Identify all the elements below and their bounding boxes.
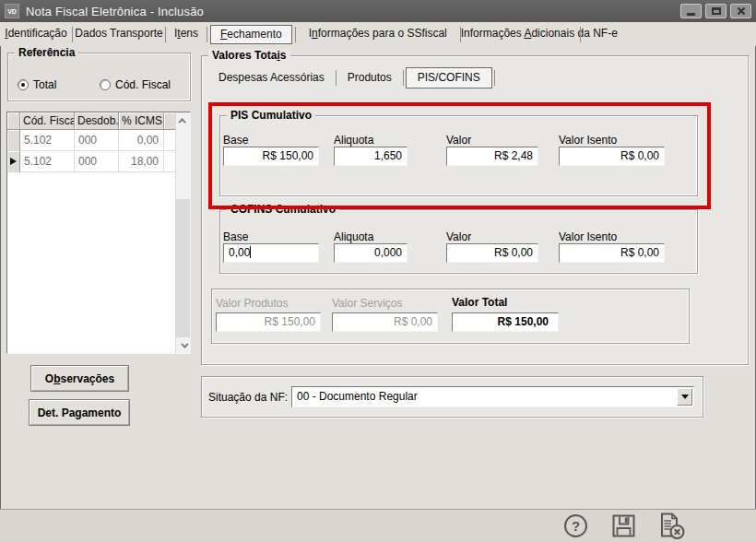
valor-total-label: Valor Total [452, 296, 507, 309]
tab-bar: Identificação Dados Transporte Itens Fec… [0, 22, 756, 46]
pis-valor-isento-input[interactable]: R$ 0,00 [559, 147, 665, 166]
observacoes-button[interactable]: Observações [30, 365, 129, 392]
radio-total[interactable]: Total [18, 78, 56, 91]
pis-base-label: Base [223, 134, 248, 147]
tab-fechamento[interactable]: Fechamento [210, 25, 292, 44]
scrollbar-thumb[interactable] [176, 199, 190, 339]
save-icon [611, 513, 636, 538]
table-header: Cód. Fiscal Desdob. % ICMS [7, 112, 176, 130]
cofins-valor-isento-label: Valor Isento [559, 230, 617, 243]
current-row-marker-icon [10, 158, 17, 165]
chevron-down-icon [681, 395, 689, 399]
tab-itens[interactable]: Itens [166, 22, 207, 46]
referencia-group-label: Referência [15, 46, 78, 59]
cofins-cumulativo-label: COFINS Cumulativo [227, 203, 339, 216]
situacao-nf-label: Situação da NF: [208, 391, 288, 404]
radio-cod-fiscal[interactable]: Cód. Fiscal [100, 78, 171, 91]
valores-totais-subtabs: Despesas Acessórias Produtos PIS/COFINS [207, 66, 495, 88]
radio-total-icon [18, 79, 29, 90]
cell-cod-fiscal: 5.102 [20, 151, 75, 172]
cofins-valor-label: Valor [446, 230, 471, 243]
tab-dados-transporte[interactable]: Dados Transporte [73, 22, 165, 46]
radio-cod-fiscal-icon [100, 79, 111, 90]
valor-produtos-input: R$ 150,00 [216, 312, 321, 332]
help-button[interactable]: ? [564, 514, 587, 537]
statusbar [0, 509, 756, 542]
tab-separator [580, 27, 581, 42]
cell-icms: 18,00 [119, 151, 164, 172]
valores-totais-label: Valores Totais [208, 49, 290, 62]
fiscal-codes-table: Cód. Fiscal Desdob. % ICMS 5.102 000 0,0… [6, 112, 191, 354]
app-icon: VD [5, 4, 19, 18]
cofins-valor-isento-input[interactable]: R$ 0,00 [559, 243, 665, 263]
situacao-nf-value: 00 - Documento Regular [297, 390, 418, 403]
table-row[interactable]: 5.102 000 18,00 [7, 151, 176, 172]
close-icon [737, 6, 746, 16]
situacao-nf-panel: Situação da NF: 00 - Documento Regular [201, 376, 703, 418]
minimize-button[interactable] [680, 4, 702, 18]
cancel-document-icon [657, 512, 685, 540]
tab-identificacao[interactable]: Identificação [0, 22, 72, 46]
table-vertical-scrollbar[interactable] [175, 112, 190, 353]
tab-informacoes-adicionais-nfe[interactable]: Informações Adicionais da NF-e [461, 22, 580, 46]
scroll-up-icon[interactable] [176, 112, 190, 128]
window-controls [680, 4, 751, 18]
pis-cumulativo-label: PIS Cumulativo [227, 109, 315, 122]
maximize-icon [712, 7, 721, 15]
table-row[interactable]: 5.102 000 0,00 [7, 130, 176, 151]
cancel-button[interactable] [657, 512, 685, 542]
maximize-button[interactable] [705, 4, 726, 18]
cell-desdob: 000 [75, 130, 119, 151]
situacao-nf-combobox[interactable]: 00 - Documento Regular [291, 386, 694, 407]
row-indicator-cell [7, 151, 20, 172]
row-indicator-header [7, 112, 20, 130]
valor-total-input: R$ 150,00 [452, 312, 559, 332]
save-button[interactable] [611, 513, 636, 542]
subtab-despesas-acessorias[interactable]: Despesas Acessórias [207, 67, 336, 88]
help-icon: ? [572, 518, 580, 534]
cofins-base-input[interactable]: 0,00 [223, 243, 319, 263]
column-header-icms[interactable]: % ICMS [119, 112, 164, 130]
cell-desdob: 000 [75, 151, 119, 172]
titlebar: VD Nota Fiscal Eletrônica - Inclusão [0, 0, 756, 22]
pis-aliquota-input[interactable]: 1,650 [334, 147, 408, 166]
row-indicator-cell [7, 130, 20, 151]
valor-servicos-input: R$ 0,00 [332, 312, 438, 332]
app-window: VD Nota Fiscal Eletrônica - Inclusão Ide… [0, 0, 756, 542]
text-cursor [250, 246, 251, 258]
cofins-valor-input[interactable]: R$ 0,00 [446, 243, 538, 263]
pis-valor-input[interactable]: R$ 2,48 [446, 147, 538, 166]
pis-base-input[interactable]: R$ 150,00 [223, 147, 319, 166]
tab-separator [207, 27, 207, 42]
cofins-aliquota-label: Aliquota [334, 230, 373, 243]
valores-totais-group: Valores Totais Despesas Acessórias Produ… [201, 55, 749, 365]
subtab-produtos[interactable]: Produtos [337, 67, 403, 88]
column-header-cod-fiscal[interactable]: Cód. Fiscal [20, 112, 75, 130]
pis-valor-label: Valor [446, 134, 471, 147]
window-title: Nota Fiscal Eletrônica - Inclusão [26, 5, 204, 18]
valor-produtos-label: Valor Produtos [216, 297, 289, 310]
minimize-icon [687, 13, 695, 16]
scroll-down-icon[interactable] [176, 337, 190, 353]
pis-aliquota-label: Aliquota [334, 134, 373, 147]
close-button[interactable] [730, 4, 751, 18]
cofins-base-label: Base [223, 230, 248, 243]
cofins-aliquota-input[interactable]: 0,000 [334, 243, 408, 263]
pis-valor-isento-label: Valor Isento [559, 134, 617, 147]
tab-informacoes-ssfiscal[interactable]: Informações para o SSfiscal [296, 22, 460, 46]
cell-icms: 0,00 [119, 130, 164, 151]
subtab-pis-cofins[interactable]: PIS/COFINS [406, 67, 492, 88]
column-header-desdob[interactable]: Desdob. [75, 112, 119, 130]
valor-servicos-label: Valor Serviços [332, 297, 402, 310]
combobox-dropdown-button[interactable] [677, 388, 692, 406]
det-pagamento-button[interactable]: Det. Pagamento [29, 399, 130, 426]
referencia-group: Referência Total Cód. Fiscal [7, 53, 191, 101]
cell-cod-fiscal: 5.102 [20, 130, 75, 151]
